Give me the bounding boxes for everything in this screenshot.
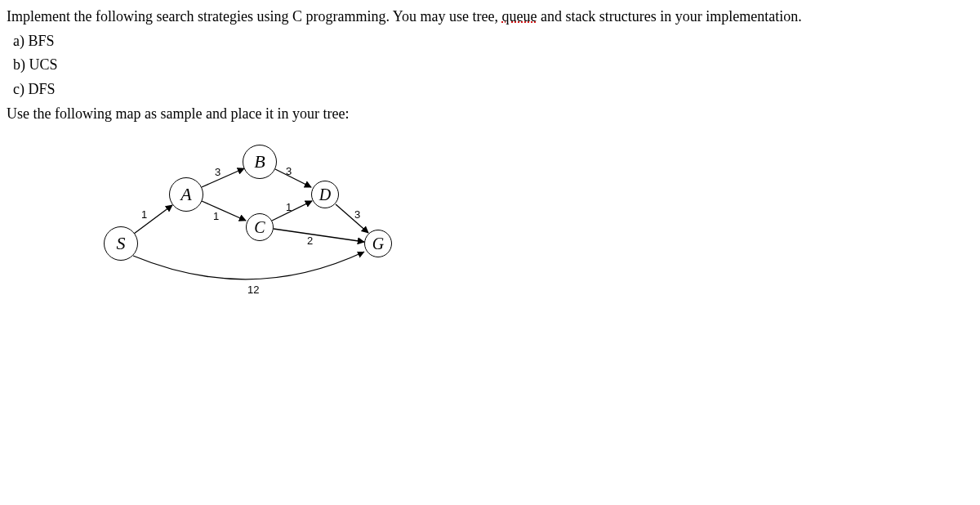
paragraph-2: Use the following map as sample and plac… bbox=[7, 102, 973, 127]
edge-weight-CG: 2 bbox=[307, 232, 313, 249]
edge-weight-SG: 12 bbox=[247, 281, 259, 298]
edge-weight-BD: 3 bbox=[286, 163, 292, 180]
spellcheck-word: queue bbox=[501, 8, 537, 25]
svg-line-3 bbox=[275, 169, 311, 187]
svg-line-0 bbox=[134, 205, 172, 234]
edge-weight-CD: 1 bbox=[286, 199, 292, 216]
edge-weight-AB: 3 bbox=[215, 163, 220, 181]
edge-weight-AC: 1 bbox=[213, 208, 219, 225]
document-page: Implement the following search strategie… bbox=[0, 0, 980, 322]
list-item-b: b) UCS bbox=[7, 53, 973, 78]
svg-line-2 bbox=[202, 201, 246, 221]
text: Implement the following search strategie… bbox=[7, 8, 385, 25]
text: . You may use tree, bbox=[385, 8, 501, 25]
svg-line-6 bbox=[336, 204, 368, 233]
edge-weight-SA: 1 bbox=[141, 206, 147, 223]
graph-figure: S A B C D G 1 3 1 3 1 2 3 12 bbox=[96, 137, 505, 317]
paragraph-1: Implement the following search strategie… bbox=[7, 5, 973, 29]
graph-edges bbox=[96, 137, 505, 317]
svg-line-5 bbox=[274, 229, 364, 242]
svg-line-4 bbox=[272, 201, 312, 221]
svg-line-1 bbox=[202, 168, 244, 187]
text: and stack structures in your implementat… bbox=[537, 8, 801, 25]
list-item-c: c) DFS bbox=[7, 78, 973, 102]
list-item-a: a) BFS bbox=[7, 29, 973, 54]
edge-weight-DG: 3 bbox=[354, 206, 360, 223]
